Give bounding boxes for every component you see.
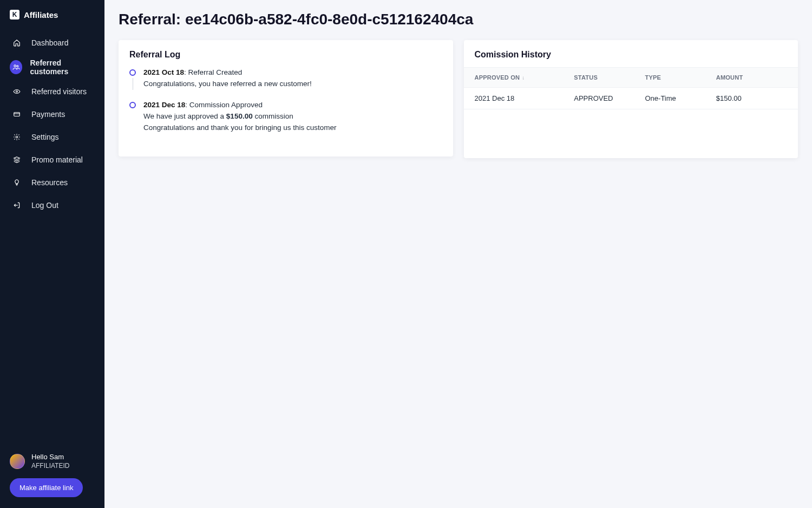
sidebar-item-resources[interactable]: Resources <box>0 171 104 194</box>
sidebar-item-settings[interactable]: Settings <box>0 126 104 148</box>
timeline-date: 2021 Oct 18 <box>143 68 184 76</box>
timeline-amount: $150.00 <box>226 112 253 120</box>
timeline-title: Referral Created <box>188 68 243 76</box>
main-content: Referral: ee14c06b-a582-4fc0-8e0d-c51216… <box>104 0 812 508</box>
sort-desc-icon: ↓ <box>522 75 525 81</box>
timeline-dot-icon <box>129 102 136 108</box>
avatar <box>10 454 25 469</box>
brand-logo: K <box>10 10 19 19</box>
sidebar-item-promo-material[interactable]: Promo material <box>0 148 104 171</box>
timeline-body: Congratulations, you have referred a new… <box>143 79 312 90</box>
column-header-amount[interactable]: Amount <box>716 74 787 81</box>
sidebar-item-label: Resources <box>31 178 68 187</box>
sidebar-item-label: Log Out <box>31 201 58 210</box>
sidebar-nav: Dashboard Referred customers Referred vi… <box>0 31 104 217</box>
brand: K Affiliates <box>0 10 104 29</box>
timeline-title: Commission Approved <box>189 101 263 109</box>
logout-icon <box>10 198 24 212</box>
timeline-item: 2021 Oct 18: Referral Created Congratula… <box>129 67 442 90</box>
sidebar-item-label: Referred customers <box>30 58 95 76</box>
referral-timeline: 2021 Oct 18: Referral Created Congratula… <box>119 67 453 157</box>
sidebar-item-dashboard[interactable]: Dashboard <box>0 31 104 54</box>
timeline-date: 2021 Dec 18 <box>143 101 185 109</box>
sidebar-item-label: Settings <box>31 133 59 141</box>
user-summary: Hello Sam AFFILIATEID <box>10 453 95 470</box>
table-row: 2021 Dec 18 APPROVED One-Time $150.00 <box>464 88 798 109</box>
gear-icon <box>10 130 24 144</box>
brand-name: Affiliates <box>24 10 58 19</box>
sidebar-item-referred-visitors[interactable]: Referred visitors <box>0 80 104 103</box>
cell-amount: $150.00 <box>716 94 787 102</box>
timeline-body-extra: Congratulations and thank you for bringi… <box>143 122 336 134</box>
commission-history-card: Comission History Approved On↓ Status Ty… <box>464 40 798 158</box>
column-header-type[interactable]: Type <box>645 74 716 81</box>
cell-type: One-Time <box>645 94 716 102</box>
timeline-dot-icon <box>129 69 136 76</box>
card-icon <box>10 107 24 121</box>
make-affiliate-link-button[interactable]: Make affiliate link <box>10 478 83 497</box>
commission-table: Approved On↓ Status Type Amount 2021 Dec… <box>464 67 798 109</box>
timeline-body: We have just approved a $150.00 commissi… <box>143 111 336 122</box>
timeline-item: 2021 Dec 18: Commission Approved We have… <box>129 100 442 134</box>
sidebar-item-label: Payments <box>31 110 65 119</box>
sidebar-item-label: Dashboard <box>31 38 69 47</box>
sidebar: K Affiliates Dashboard Referred customer… <box>0 0 104 508</box>
column-header-approved-on[interactable]: Approved On↓ <box>475 74 574 81</box>
svg-point-4 <box>16 136 18 138</box>
svg-rect-3 <box>14 113 20 116</box>
sidebar-item-referred-customers[interactable]: Referred customers <box>0 54 104 80</box>
cards-row: Referral Log 2021 Oct 18: Referral Creat… <box>119 40 798 158</box>
stack-icon <box>10 153 24 167</box>
svg-point-0 <box>14 65 16 67</box>
sidebar-item-label: Promo material <box>31 155 83 164</box>
bulb-icon <box>10 175 24 190</box>
referral-log-card: Referral Log 2021 Oct 18: Referral Creat… <box>119 40 453 157</box>
eye-icon <box>10 84 24 99</box>
cell-status: APPROVED <box>574 94 645 102</box>
referral-log-heading: Referral Log <box>119 40 453 67</box>
page-title: Referral: ee14c06b-a582-4fc0-8e0d-c51216… <box>119 11 798 28</box>
table-header-row: Approved On↓ Status Type Amount <box>464 67 798 88</box>
column-header-status[interactable]: Status <box>574 74 645 81</box>
sidebar-item-payments[interactable]: Payments <box>0 103 104 126</box>
cell-approved-on: 2021 Dec 18 <box>475 94 574 102</box>
user-affiliate-id: AFFILIATEID <box>31 462 69 470</box>
home-icon <box>10 36 24 50</box>
sidebar-item-label: Referred visitors <box>31 87 87 96</box>
commission-history-heading: Comission History <box>464 40 798 67</box>
sidebar-footer: Hello Sam AFFILIATEID Make affiliate lin… <box>0 453 104 497</box>
sidebar-item-logout[interactable]: Log Out <box>0 194 104 217</box>
svg-point-2 <box>16 91 18 93</box>
user-greeting: Hello Sam <box>31 453 69 462</box>
users-icon <box>10 60 22 74</box>
svg-point-1 <box>17 66 18 67</box>
